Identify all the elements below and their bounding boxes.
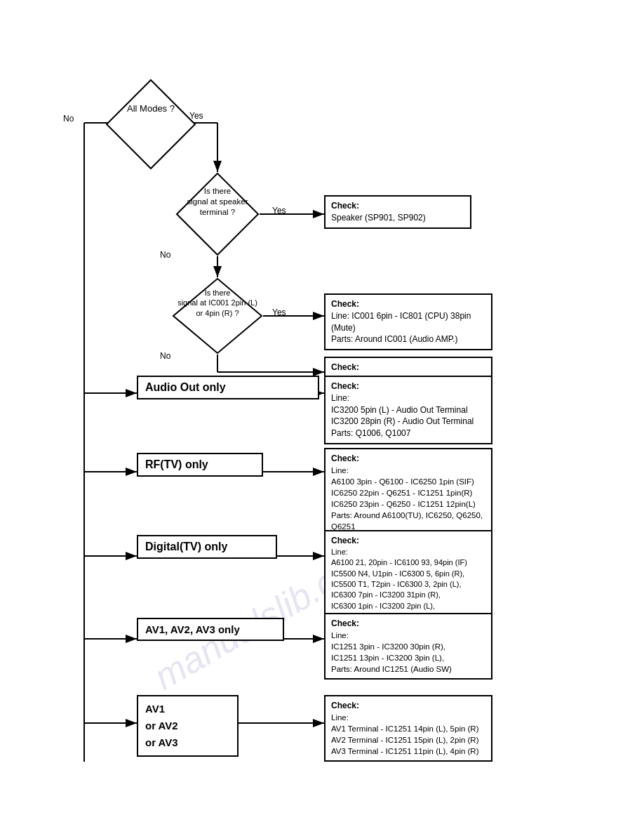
check-audio-out-content: Line:IC3200 5pin (L) - Audio Out Termina… — [331, 392, 485, 439]
check-ic001-box: Check: Line: IC001 6pin - IC801 (CPU) 38… — [324, 293, 492, 350]
rf-tv-only-label: RF(TV) only — [137, 453, 263, 477]
audio-out-only-label: Audio Out only — [137, 376, 319, 399]
label-yes2: Yes — [272, 206, 286, 216]
check-av123-only-box: Check: Line:IC1251 3pin - IC3200 30pin (… — [324, 613, 492, 680]
label-yes1: Yes — [189, 111, 203, 121]
check-av-individual-title: Check: — [331, 700, 485, 712]
check-rf-tv-title: Check: — [331, 453, 485, 465]
check-ic001-title: Check: — [331, 298, 485, 310]
check-audio-out-box: Check: Line:IC3200 5pin (L) - Audio Out … — [324, 376, 492, 444]
label-no1: No — [63, 114, 74, 124]
check-rf-tv-content: Line:A6100 3pin - Q6100 - IC6250 1pin (S… — [331, 465, 485, 533]
av-individual-text: AV1or AV2or AV3 — [145, 703, 178, 748]
diamond-ic001: Is theresignal at IC001 2pin (L)or 4pin … — [172, 277, 263, 355]
check-ic3200-control-title: Check: — [331, 362, 485, 373]
diamond-all-modes-label: All Modes ? — [116, 103, 186, 115]
check-ic001-content: Line: IC001 6pin - IC801 (CPU) 38pin (Mu… — [331, 310, 485, 345]
svg-marker-20 — [107, 80, 195, 168]
check-speaker-box: Check: Speaker (SP901, SP902) — [324, 195, 471, 229]
flowchart-svg — [0, 0, 644, 834]
diamond-all-modes: All Modes ? — [105, 79, 196, 170]
diamond-speaker: Is theresignal at speakerterminal ? — [175, 172, 260, 256]
flowchart-container: manualslib.com — [0, 0, 644, 834]
diamond-speaker-label: Is theresignal at speakerterminal ? — [181, 186, 254, 218]
check-rf-tv-box: Check: Line:A6100 3pin - Q6100 - IC6250 … — [324, 448, 492, 537]
av123-only-label: AV1, AV2, AV3 only — [137, 618, 284, 641]
check-audio-out-title: Check: — [331, 380, 485, 392]
check-av123-only-content: Line:IC1251 3pin - IC3200 30pin (R),IC12… — [331, 630, 485, 675]
check-speaker-content: Speaker (SP901, SP902) — [331, 212, 464, 224]
av-individual-label: AV1or AV2or AV3 — [137, 695, 239, 757]
check-av-individual-box: Check: Line:AV1 Terminal - IC1251 14pin … — [324, 695, 492, 762]
label-no3: No — [160, 351, 170, 361]
label-no2: No — [160, 250, 170, 260]
digital-tv-only-label: Digital(TV) only — [137, 535, 277, 559]
check-speaker-title: Check: — [331, 200, 464, 212]
diamond-ic001-label: Is theresignal at IC001 2pin (L)or 4pin … — [177, 288, 257, 318]
check-av123-only-title: Check: — [331, 618, 485, 630]
check-digital-tv-title: Check: — [331, 535, 485, 547]
label-yes3: Yes — [272, 307, 286, 317]
check-av-individual-content: Line:AV1 Terminal - IC1251 14pin (L), 5p… — [331, 712, 485, 757]
